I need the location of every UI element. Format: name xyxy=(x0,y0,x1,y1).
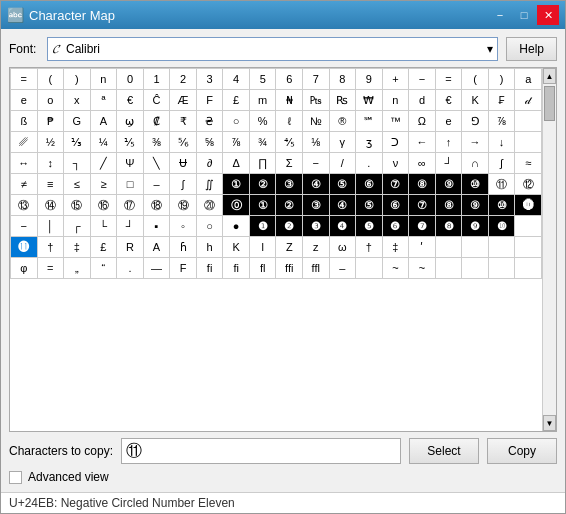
close-button[interactable]: ✕ xyxy=(537,5,559,25)
char-cell[interactable]: / xyxy=(329,153,356,174)
char-cell[interactable]: ~ xyxy=(382,258,409,279)
char-cell[interactable]: = xyxy=(11,69,38,90)
char-cell[interactable]: ₧ xyxy=(303,90,330,111)
char-cell[interactable]: G xyxy=(64,111,91,132)
char-cell[interactable]: ™ xyxy=(382,111,409,132)
char-cell[interactable]: 6 xyxy=(276,69,303,90)
char-cell[interactable]: − xyxy=(11,216,38,237)
char-cell[interactable]: = xyxy=(37,258,64,279)
char-cell[interactable]: ❽ xyxy=(435,216,462,237)
char-cell[interactable]: ⑯ xyxy=(90,195,117,216)
scrollbar[interactable]: ▲ ▼ xyxy=(542,68,556,431)
char-cell[interactable]: e xyxy=(435,111,462,132)
characters-to-copy-input[interactable] xyxy=(121,438,401,464)
char-cell[interactable]: F xyxy=(170,258,197,279)
char-cell[interactable]: ⅁ xyxy=(462,111,489,132)
char-cell[interactable]: l xyxy=(249,237,276,258)
char-cell[interactable]: ╲ xyxy=(143,153,170,174)
char-cell[interactable]: K xyxy=(462,90,489,111)
char-cell[interactable]: z xyxy=(303,237,330,258)
char-cell[interactable]: γ xyxy=(329,132,356,153)
char-cell[interactable]: Ψ xyxy=(117,153,144,174)
char-cell[interactable] xyxy=(515,111,542,132)
char-cell[interactable]: ≥ xyxy=(90,174,117,195)
char-cell[interactable] xyxy=(462,258,489,279)
char-cell[interactable]: ① xyxy=(223,174,250,195)
char-cell[interactable]: ⑫ xyxy=(515,174,542,195)
char-cell[interactable]: † xyxy=(356,237,383,258)
char-cell[interactable]: Ω xyxy=(409,111,436,132)
char-cell[interactable]: ≡ xyxy=(37,174,64,195)
char-cell[interactable]: 0 xyxy=(117,69,144,90)
char-cell[interactable]: ← xyxy=(409,132,436,153)
char-cell[interactable]: 2 xyxy=(170,69,197,90)
char-cell[interactable]: ₱ xyxy=(37,111,64,132)
char-cell[interactable]: Z xyxy=(276,237,303,258)
char-cell[interactable]: ① xyxy=(249,195,276,216)
char-cell[interactable]: ⅞ xyxy=(488,111,515,132)
char-cell[interactable]: A xyxy=(143,237,170,258)
char-cell[interactable]: ⑧ xyxy=(435,195,462,216)
char-cell[interactable]: ┘ xyxy=(435,153,462,174)
char-cell[interactable]: ₣ xyxy=(488,90,515,111)
char-cell[interactable]: ℠ xyxy=(356,111,383,132)
char-cell[interactable] xyxy=(435,237,462,258)
char-cell[interactable]: 𝒹 xyxy=(515,90,542,111)
help-button[interactable]: Help xyxy=(506,37,557,61)
char-cell[interactable]: m xyxy=(249,90,276,111)
char-cell[interactable]: ⅜ xyxy=(143,132,170,153)
char-cell[interactable] xyxy=(356,258,383,279)
char-cell[interactable]: ◦ xyxy=(170,216,197,237)
char-cell[interactable]: ↓ xyxy=(488,132,515,153)
char-cell[interactable]: o xyxy=(37,90,64,111)
char-cell[interactable]: − xyxy=(303,153,330,174)
char-cell[interactable]: R xyxy=(117,237,144,258)
char-cell[interactable]: † xyxy=(37,237,64,258)
char-cell[interactable]: ‡ xyxy=(382,237,409,258)
char-cell[interactable]: ⑪ xyxy=(488,174,515,195)
char-cell[interactable]: ⅛ xyxy=(303,132,330,153)
char-cell[interactable]: ) xyxy=(488,69,515,90)
char-cell[interactable]: A xyxy=(90,111,117,132)
char-cell[interactable]: ₦ xyxy=(276,90,303,111)
char-cell[interactable]: Δ xyxy=(223,153,250,174)
char-cell[interactable]: fl xyxy=(249,258,276,279)
char-cell[interactable]: ⑱ xyxy=(143,195,170,216)
char-cell[interactable]: ↑ xyxy=(435,132,462,153)
char-cell[interactable]: ⓿ xyxy=(515,195,542,216)
char-cell[interactable]: ▪ xyxy=(143,216,170,237)
char-cell[interactable]: ↔ xyxy=(11,153,38,174)
char-cell[interactable]: ⑬ xyxy=(11,195,38,216)
char-cell[interactable]: . xyxy=(356,153,383,174)
scroll-thumb[interactable] xyxy=(544,86,555,121)
scroll-up-button[interactable]: ▲ xyxy=(543,68,556,84)
char-cell[interactable]: . xyxy=(117,258,144,279)
char-cell[interactable]: ʒ xyxy=(356,132,383,153)
char-cell[interactable]: – xyxy=(143,174,170,195)
char-cell[interactable]: ❻ xyxy=(382,216,409,237)
char-cell[interactable]: ⑦ xyxy=(382,174,409,195)
char-cell[interactable]: ⑦ xyxy=(409,195,436,216)
char-cell[interactable]: ↕ xyxy=(37,153,64,174)
maximize-button[interactable]: □ xyxy=(513,5,535,25)
advanced-view-checkbox[interactable] xyxy=(9,471,22,484)
char-cell[interactable] xyxy=(488,237,515,258)
char-cell[interactable]: ❶ xyxy=(249,216,276,237)
char-cell[interactable]: 7 xyxy=(303,69,330,90)
char-cell[interactable]: ₴ xyxy=(196,111,223,132)
char-cell[interactable]: x xyxy=(64,90,91,111)
char-cell[interactable]: ∫ xyxy=(488,153,515,174)
char-cell[interactable]: fi xyxy=(223,258,250,279)
select-button[interactable]: Select xyxy=(409,438,479,464)
scroll-down-button[interactable]: ▼ xyxy=(543,415,556,431)
char-cell[interactable]: 4 xyxy=(223,69,250,90)
char-cell[interactable]: ┘ xyxy=(117,216,144,237)
char-cell[interactable]: Σ xyxy=(276,153,303,174)
char-cell[interactable]: 9 xyxy=(356,69,383,90)
char-cell[interactable]: ν xyxy=(382,153,409,174)
char-cell[interactable]: ₡ xyxy=(143,111,170,132)
copy-button[interactable]: Copy xyxy=(487,438,557,464)
char-cell[interactable]: ≈ xyxy=(515,153,542,174)
char-cell[interactable]: „ xyxy=(64,258,91,279)
char-cell[interactable]: ⅝ xyxy=(196,132,223,153)
